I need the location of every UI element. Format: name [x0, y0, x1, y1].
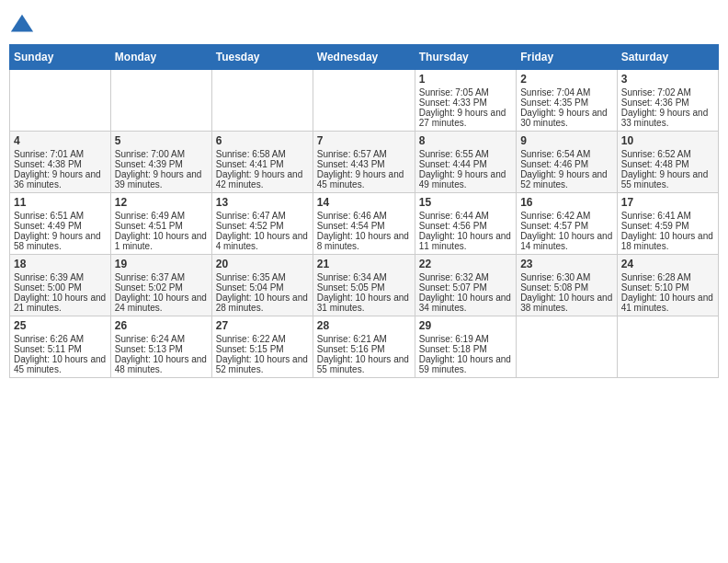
day-info: Daylight: 10 hours and 55 minutes. [317, 354, 411, 374]
day-info: Sunset: 5:11 PM [14, 344, 107, 354]
calendar-table: SundayMondayTuesdayWednesdayThursdayFrid… [9, 44, 719, 378]
day-number: 13 [216, 196, 309, 209]
calendar-week-row: 1Sunrise: 7:05 AMSunset: 4:33 PMDaylight… [10, 70, 719, 132]
day-info: Daylight: 9 hours and 30 minutes. [520, 108, 613, 128]
calendar-cell: 7Sunrise: 6:57 AMSunset: 4:43 PMDaylight… [313, 132, 415, 193]
day-number: 22 [419, 258, 512, 270]
calendar-cell: 20Sunrise: 6:35 AMSunset: 5:04 PMDayligh… [211, 255, 313, 316]
day-info: Sunrise: 6:34 AM [317, 272, 411, 282]
day-info: Sunset: 5:02 PM [115, 282, 208, 293]
day-number: 4 [14, 134, 107, 147]
day-number: 9 [520, 134, 613, 147]
day-info: Daylight: 10 hours and 11 minutes. [419, 231, 512, 251]
day-number: 2 [520, 73, 613, 86]
day-info: Sunset: 5:18 PM [419, 344, 512, 354]
day-info: Daylight: 10 hours and 28 minutes. [216, 293, 309, 313]
day-info: Sunrise: 6:49 AM [115, 211, 208, 221]
day-info: Sunrise: 7:02 AM [621, 87, 714, 98]
day-header-wednesday: Wednesday [313, 45, 415, 70]
day-number: 21 [317, 258, 411, 270]
day-info: Sunrise: 6:26 AM [14, 334, 107, 344]
calendar-cell: 2Sunrise: 7:04 AMSunset: 4:35 PMDaylight… [517, 70, 618, 132]
day-info: Sunrise: 6:55 AM [419, 149, 512, 159]
calendar-cell [517, 316, 618, 378]
day-info: Daylight: 10 hours and 52 minutes. [216, 354, 309, 374]
day-info: Sunrise: 6:35 AM [216, 272, 309, 282]
day-number: 27 [216, 319, 309, 332]
day-number: 15 [419, 196, 512, 209]
day-info: Sunset: 4:51 PM [115, 221, 208, 231]
calendar-cell: 11Sunrise: 6:51 AMSunset: 4:49 PMDayligh… [10, 193, 111, 255]
day-info: Sunrise: 7:01 AM [14, 149, 107, 159]
day-info: Daylight: 9 hours and 42 minutes. [216, 169, 309, 190]
day-info: Sunrise: 6:39 AM [14, 272, 107, 282]
calendar-cell: 15Sunrise: 6:44 AMSunset: 4:56 PMDayligh… [415, 193, 516, 255]
calendar-week-row: 4Sunrise: 7:01 AMSunset: 4:38 PMDaylight… [10, 132, 719, 193]
day-info: Sunset: 4:49 PM [14, 221, 107, 231]
day-info: Sunset: 5:10 PM [621, 282, 714, 293]
logo [9, 13, 37, 39]
day-number: 8 [419, 134, 512, 147]
day-info: Daylight: 10 hours and 24 minutes. [115, 293, 208, 313]
day-info: Daylight: 9 hours and 58 minutes. [14, 231, 107, 251]
day-info: Sunrise: 6:58 AM [216, 149, 309, 159]
day-info: Sunset: 5:15 PM [216, 344, 309, 354]
calendar-cell: 3Sunrise: 7:02 AMSunset: 4:36 PMDaylight… [617, 70, 718, 132]
calendar-cell: 29Sunrise: 6:19 AMSunset: 5:18 PMDayligh… [415, 316, 516, 378]
calendar-cell: 16Sunrise: 6:42 AMSunset: 4:57 PMDayligh… [517, 193, 618, 255]
day-info: Daylight: 9 hours and 52 minutes. [520, 169, 613, 190]
day-info: Sunrise: 6:52 AM [621, 149, 714, 159]
day-number: 28 [317, 319, 411, 332]
day-info: Daylight: 9 hours and 33 minutes. [621, 108, 714, 128]
day-info: Sunset: 4:39 PM [115, 159, 208, 169]
svg-marker-0 [11, 15, 33, 32]
calendar-cell [211, 70, 313, 132]
day-info: Sunset: 5:13 PM [115, 344, 208, 354]
calendar-cell: 24Sunrise: 6:28 AMSunset: 5:10 PMDayligh… [617, 255, 718, 316]
day-number: 19 [115, 258, 208, 270]
day-info: Daylight: 10 hours and 59 minutes. [419, 354, 512, 374]
day-info: Sunset: 4:44 PM [419, 159, 512, 169]
day-info: Sunset: 4:33 PM [419, 98, 512, 108]
day-info: Sunset: 4:48 PM [621, 159, 714, 169]
day-info: Daylight: 10 hours and 18 minutes. [621, 231, 714, 251]
day-number: 1 [419, 73, 512, 86]
day-number: 7 [317, 134, 411, 147]
calendar-cell: 13Sunrise: 6:47 AMSunset: 4:52 PMDayligh… [211, 193, 313, 255]
calendar-cell [10, 70, 111, 132]
day-number: 18 [14, 258, 107, 270]
day-number: 12 [115, 196, 208, 209]
day-info: Daylight: 10 hours and 41 minutes. [621, 293, 714, 313]
day-info: Daylight: 10 hours and 1 minute. [115, 231, 208, 251]
day-info: Sunrise: 6:47 AM [216, 211, 309, 221]
day-header-friday: Friday [517, 45, 618, 70]
calendar-cell: 8Sunrise: 6:55 AMSunset: 4:44 PMDaylight… [415, 132, 516, 193]
calendar-cell: 21Sunrise: 6:34 AMSunset: 5:05 PMDayligh… [313, 255, 415, 316]
day-info: Sunrise: 6:57 AM [317, 149, 411, 159]
calendar-cell: 23Sunrise: 6:30 AMSunset: 5:08 PMDayligh… [517, 255, 618, 316]
day-info: Daylight: 10 hours and 14 minutes. [520, 231, 613, 251]
day-info: Sunset: 5:00 PM [14, 282, 107, 293]
day-info: Sunset: 5:04 PM [216, 282, 309, 293]
day-info: Sunrise: 6:44 AM [419, 211, 512, 221]
calendar-cell: 26Sunrise: 6:24 AMSunset: 5:13 PMDayligh… [110, 316, 211, 378]
day-info: Sunrise: 7:05 AM [419, 87, 512, 98]
day-number: 20 [216, 258, 309, 270]
calendar-cell [110, 70, 211, 132]
day-info: Sunrise: 7:00 AM [115, 149, 208, 159]
day-info: Sunrise: 6:42 AM [520, 211, 613, 221]
calendar-cell: 9Sunrise: 6:54 AMSunset: 4:46 PMDaylight… [517, 132, 618, 193]
calendar-cell: 12Sunrise: 6:49 AMSunset: 4:51 PMDayligh… [110, 193, 211, 255]
day-info: Sunrise: 6:21 AM [317, 334, 411, 344]
day-info: Sunset: 4:36 PM [621, 98, 714, 108]
day-info: Sunset: 4:38 PM [14, 159, 107, 169]
calendar-cell: 28Sunrise: 6:21 AMSunset: 5:16 PMDayligh… [313, 316, 415, 378]
day-header-tuesday: Tuesday [211, 45, 313, 70]
calendar-cell: 27Sunrise: 6:22 AMSunset: 5:15 PMDayligh… [211, 316, 313, 378]
day-info: Sunset: 5:16 PM [317, 344, 411, 354]
day-info: Daylight: 10 hours and 4 minutes. [216, 231, 309, 251]
day-info: Sunset: 5:08 PM [520, 282, 613, 293]
day-info: Sunset: 5:05 PM [317, 282, 411, 293]
day-info: Sunset: 4:43 PM [317, 159, 411, 169]
day-info: Sunrise: 6:28 AM [621, 272, 714, 282]
